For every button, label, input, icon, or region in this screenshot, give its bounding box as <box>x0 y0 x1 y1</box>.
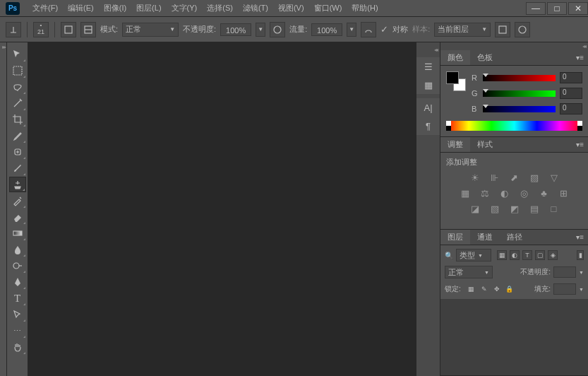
character-panel-icon[interactable]: A| <box>421 101 436 114</box>
selective-icon[interactable]: □ <box>548 203 560 214</box>
opacity-dropdown[interactable]: ▼ <box>256 23 265 37</box>
mixer-icon[interactable]: ♣ <box>538 187 551 199</box>
color-panel-menu[interactable]: ▾≡ <box>572 54 588 61</box>
menu-edit[interactable]: 编辑(E) <box>64 1 98 16</box>
symmetry-icon[interactable]: ✓ <box>380 24 388 35</box>
blur-tool[interactable] <box>9 242 26 257</box>
minimize-button[interactable]: — <box>526 2 546 15</box>
lasso-tool[interactable] <box>9 79 26 95</box>
menu-view[interactable]: 视图(V) <box>274 1 308 16</box>
filter-type-icon[interactable]: T <box>522 250 532 260</box>
filter-pixel-icon[interactable]: ▦ <box>497 250 507 260</box>
canvas-area[interactable] <box>28 42 416 376</box>
sample-all-icon[interactable] <box>495 22 510 37</box>
flow-input[interactable]: 100% <box>311 23 342 36</box>
brush-settings-icon[interactable] <box>80 22 96 37</box>
brush-preview[interactable]: •21 <box>33 22 49 37</box>
fill-input[interactable] <box>553 283 576 295</box>
bw-icon[interactable]: ◐ <box>498 187 511 199</box>
exposure-icon[interactable]: ▨ <box>528 172 541 183</box>
lock-all-icon[interactable]: 🔒 <box>505 284 515 294</box>
menu-file[interactable]: 文件(F) <box>28 1 62 16</box>
history-brush-tool[interactable] <box>9 193 26 208</box>
tab-channels[interactable]: 通道 <box>470 230 500 245</box>
threshold-icon[interactable]: ◩ <box>508 203 521 214</box>
gradient-tool[interactable] <box>9 225 26 241</box>
flow-dropdown[interactable]: ▼ <box>347 23 356 37</box>
menu-window[interactable]: 窗口(W) <box>310 1 347 16</box>
paragraph-panel-icon[interactable]: ¶ <box>421 119 436 132</box>
menu-layer[interactable]: 图层(L) <box>132 1 165 16</box>
marquee-tool[interactable] <box>9 63 26 78</box>
color-swatches[interactable] <box>446 71 466 91</box>
menu-select[interactable]: 选择(S) <box>203 1 237 16</box>
tab-styles[interactable]: 样式 <box>470 137 500 152</box>
tab-swatches[interactable]: 色板 <box>470 50 500 65</box>
menu-filter[interactable]: 滤镜(T) <box>239 1 272 16</box>
eraser-tool[interactable] <box>9 209 26 225</box>
gradient-map-icon[interactable]: ▤ <box>528 203 541 214</box>
properties-panel-icon[interactable]: ▦ <box>421 78 436 91</box>
tool-preset-icon[interactable] <box>6 22 21 37</box>
dodge-tool[interactable] <box>9 258 26 274</box>
foreground-color-swatch[interactable] <box>446 71 459 84</box>
layer-filter-select[interactable]: 类型▼ <box>456 249 491 262</box>
crop-tool[interactable] <box>9 112 26 127</box>
tab-layers[interactable]: 图层 <box>440 230 470 245</box>
menu-help[interactable]: 帮助(H) <box>347 1 382 16</box>
pressure-opacity-icon[interactable] <box>270 22 285 37</box>
filter-toggle[interactable]: ▮ <box>577 250 584 260</box>
move-tool[interactable] <box>9 47 26 62</box>
close-button[interactable]: ✕ <box>568 2 588 15</box>
g-slider[interactable] <box>483 90 556 97</box>
maximize-button[interactable]: □ <box>547 2 567 15</box>
history-panel-icon[interactable]: ☰ <box>421 60 436 73</box>
hue-icon[interactable]: ▦ <box>459 187 472 199</box>
brush-panel-icon[interactable] <box>61 22 76 37</box>
lock-transparent-icon[interactable]: ▦ <box>467 284 476 294</box>
menu-image[interactable]: 图像(I) <box>100 1 131 16</box>
photo-filter-icon[interactable]: ◎ <box>518 187 531 199</box>
filter-shape-icon[interactable]: ▢ <box>535 250 545 260</box>
layers-list[interactable] <box>440 299 588 375</box>
pen-tool[interactable] <box>9 274 26 290</box>
tab-paths[interactable]: 路径 <box>500 230 529 245</box>
sample-select[interactable]: 当前图层▼ <box>434 23 491 37</box>
menu-type[interactable]: 文字(Y) <box>167 1 202 16</box>
adjust-panel-menu[interactable]: ▾≡ <box>572 141 588 148</box>
opacity-input[interactable]: 100% <box>220 23 251 36</box>
lookup-icon[interactable]: ⊞ <box>558 187 570 199</box>
clone-stamp-tool[interactable] <box>9 177 26 192</box>
blend-select[interactable]: 正常▼ <box>445 266 493 278</box>
lock-position-icon[interactable]: ✥ <box>492 284 502 294</box>
curves-icon[interactable]: ⬈ <box>508 172 521 183</box>
tab-color[interactable]: 颜色 <box>440 50 470 65</box>
filter-smart-icon[interactable]: ◈ <box>548 250 558 260</box>
lock-image-icon[interactable]: ✎ <box>479 284 489 294</box>
eyedropper-tool[interactable] <box>9 128 26 143</box>
blend-mode-select[interactable]: 正常▼ <box>122 23 179 37</box>
b-slider[interactable] <box>483 106 556 112</box>
invert-icon[interactable]: ◪ <box>469 203 481 214</box>
layers-panel-menu[interactable]: ▾≡ <box>572 233 588 241</box>
brush-tool[interactable] <box>9 160 26 176</box>
b-input[interactable]: 0 <box>560 103 582 114</box>
posterize-icon[interactable]: ▧ <box>488 203 501 214</box>
color-spectrum[interactable] <box>446 121 582 131</box>
healing-tool[interactable] <box>9 144 26 160</box>
pressure-size-icon[interactable] <box>515 22 530 37</box>
magic-wand-tool[interactable] <box>9 95 26 111</box>
layer-opacity-input[interactable] <box>553 266 576 278</box>
vibrance-icon[interactable]: ▽ <box>548 172 560 183</box>
shape-tool[interactable]: ⋯ <box>9 323 26 339</box>
tab-adjustments[interactable]: 调整 <box>440 137 470 152</box>
toolbox-dock[interactable]: ▸▸ <box>0 42 7 376</box>
r-input[interactable]: 0 <box>560 72 582 83</box>
balance-icon[interactable]: ⚖ <box>479 187 491 199</box>
path-select-tool[interactable] <box>9 307 26 322</box>
airbrush-icon[interactable] <box>361 22 376 37</box>
filter-adjust-icon[interactable]: ◐ <box>510 250 520 260</box>
g-input[interactable]: 0 <box>560 88 582 99</box>
type-tool[interactable]: T <box>9 290 26 306</box>
r-slider[interactable] <box>483 75 556 81</box>
